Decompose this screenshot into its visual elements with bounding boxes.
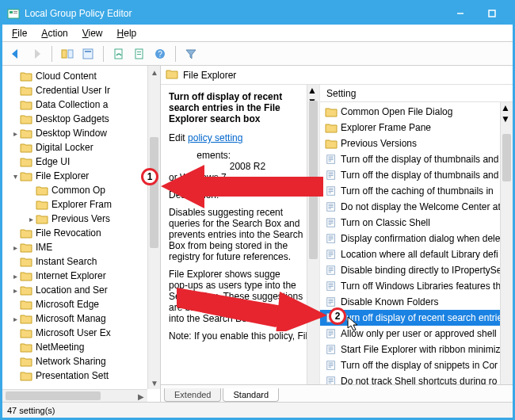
tree-item-edge-ui[interactable]: Edge UI: [2, 155, 160, 169]
help-button[interactable]: ?: [151, 45, 169, 63]
tree-item-microsoft-edge[interactable]: Microsoft Edge: [2, 297, 160, 311]
list-item[interactable]: Do not track Shell shortcuts during ro: [320, 373, 513, 384]
policy-setting-link[interactable]: policy setting: [188, 132, 242, 143]
tree-item-explorer-fram[interactable]: Explorer Fram: [2, 197, 160, 212]
tree-item-cloud-content[interactable]: Cloud Content: [2, 69, 160, 83]
list-item[interactable]: Display confirmation dialog when dele: [320, 231, 513, 246]
list-item-label: Disable binding directly to IPropertySe: [341, 265, 502, 276]
tree-item-credential-user-ir[interactable]: Credential User Ir: [2, 83, 160, 97]
svg-rect-24: [329, 174, 334, 174]
tree-item-file-explorer[interactable]: ▾File Explorer: [2, 169, 160, 183]
export-list-button[interactable]: [131, 45, 148, 63]
list-item[interactable]: Explorer Frame Pane: [320, 120, 513, 136]
tree-item-location-and-ser[interactable]: ▸Location and Ser: [2, 283, 160, 297]
svg-rect-20: [329, 159, 334, 160]
tree-item-instant-search[interactable]: Instant Search: [2, 254, 160, 269]
show-hide-tree-button[interactable]: [59, 45, 76, 63]
status-bar: 47 setting(s): [2, 402, 513, 418]
list-vertical-scrollbar[interactable]: ▲ ▼: [500, 102, 513, 384]
tree-item-desktop-window[interactable]: ▸Desktop Window: [2, 126, 160, 140]
list-item[interactable]: Location where all default Library defi: [320, 246, 513, 262]
scrollbar-thumb[interactable]: [309, 101, 318, 259]
tree-twisty-icon[interactable]: ▸: [26, 215, 36, 223]
list-column-header[interactable]: Setting: [320, 85, 513, 102]
list-item[interactable]: Turn off display of recent search entrie: [320, 310, 513, 326]
tree-item-desktop-gadgets[interactable]: Desktop Gadgets: [2, 112, 160, 126]
requirements-block: Requirements: pad pad pad p2008 R2 or Wi…: [169, 150, 311, 183]
list-item-label: Disable Known Folders: [341, 296, 438, 307]
tree-twisty-icon[interactable]: ▾: [10, 172, 20, 181]
svg-rect-85: [329, 365, 334, 366]
tree-twisty-icon[interactable]: ▸: [10, 286, 20, 295]
tree-twisty-icon[interactable]: ▸: [10, 315, 20, 323]
tree-twisty-icon[interactable]: ▸: [10, 243, 20, 252]
tree-item-internet-explorer[interactable]: ▸Internet Explorer: [2, 269, 160, 283]
filter-button[interactable]: [182, 45, 200, 63]
tree-item-common-op[interactable]: Common Op: [2, 183, 160, 197]
list-item[interactable]: Turn off the display of thumbnails and: [320, 151, 513, 167]
menu-view[interactable]: View: [76, 26, 109, 40]
list-item[interactable]: Turn off the display of snippets in Cor: [320, 357, 513, 373]
maximize-button[interactable]: [476, 2, 508, 25]
list-item[interactable]: Previous Versions: [320, 136, 513, 151]
list-item-label: Common Open File Dialog: [341, 106, 452, 117]
svg-rect-89: [329, 380, 334, 380]
list-item[interactable]: Do not display the Welcome Center at: [320, 199, 513, 215]
list-item[interactable]: Turn off Windows Libraries features th: [320, 278, 513, 294]
tree-twisty-icon[interactable]: ▸: [10, 129, 20, 138]
forward-button[interactable]: [28, 45, 45, 63]
tree-item-network-sharing[interactable]: Network Sharing: [2, 354, 160, 368]
svg-rect-30: [329, 191, 334, 192]
tree-item-previous-vers[interactable]: ▸Previous Vers: [2, 212, 160, 226]
svg-rect-53: [329, 268, 334, 269]
description-scrollbar[interactable]: ▲ ▼: [307, 85, 319, 384]
list-item[interactable]: Disable binding directly to IPropertySe: [320, 262, 513, 278]
tree-item-netmeeting[interactable]: NetMeeting: [2, 340, 160, 354]
scroll-up-icon[interactable]: ▲: [148, 66, 161, 78]
svg-rect-71: [329, 319, 332, 320]
tree-item-digital-locker[interactable]: Digital Locker: [2, 140, 160, 155]
tab-extended[interactable]: Extended: [164, 388, 221, 402]
tree-item-microsoft-manag[interactable]: ▸Microsoft Manag: [2, 311, 160, 326]
tree-item-file-revocation[interactable]: File Revocation: [2, 226, 160, 240]
scroll-right-icon[interactable]: ▶: [135, 390, 147, 402]
properties-button[interactable]: [79, 45, 97, 63]
scrollbar-thumb[interactable]: [502, 134, 511, 181]
tree-horizontal-scrollbar[interactable]: ◀ ▶: [2, 389, 147, 402]
refresh-button[interactable]: [110, 45, 128, 63]
scrollbar-thumb[interactable]: [6, 391, 101, 400]
tree-item-label: Cloud Content: [36, 71, 97, 82]
list-item[interactable]: Disable Known Folders: [320, 294, 513, 310]
list-item[interactable]: Allow only per user or approved shell: [320, 326, 513, 342]
tree-item-presentation-sett[interactable]: Presentation Sett: [2, 368, 160, 383]
tree-item-label: Data Collection a: [36, 99, 108, 110]
result-tabs: Extended Standard: [161, 384, 513, 402]
tree-item-label: Explorer Fram: [52, 199, 112, 210]
menu-action[interactable]: Action: [35, 26, 74, 40]
scroll-up-icon[interactable]: ▲: [501, 102, 513, 113]
minimize-button[interactable]: [444, 2, 476, 25]
policy-setting-icon: [325, 185, 338, 197]
scroll-down-icon[interactable]: ▼: [148, 376, 161, 389]
list-item[interactable]: Turn off the display of thumbnails and: [320, 167, 513, 183]
back-button[interactable]: [7, 45, 25, 63]
list-item[interactable]: Common Open File Dialog: [320, 104, 513, 120]
tab-standard[interactable]: Standard: [223, 388, 279, 402]
tree-vertical-scrollbar[interactable]: ▲ ▼: [147, 66, 160, 389]
list-item[interactable]: Turn on Classic Shell: [320, 215, 513, 231]
description-heading: Description:: [169, 189, 311, 200]
scrollbar-thumb[interactable]: [150, 137, 158, 248]
list-item[interactable]: Turn off the caching of thumbnails in: [320, 183, 513, 199]
list-item[interactable]: Start File Explorer with ribbon minimiz: [320, 342, 513, 357]
svg-rect-64: [329, 300, 334, 301]
tree-item-data-collection-a[interactable]: Data Collection a: [2, 97, 160, 112]
tree-item-microsoft-user-ex[interactable]: Microsoft User Ex: [2, 326, 160, 340]
tree-item-ime[interactable]: ▸IME: [2, 240, 160, 254]
menu-help[interactable]: Help: [111, 26, 143, 40]
tree-twisty-icon[interactable]: ▸: [10, 272, 20, 281]
policy-setting-icon: [325, 296, 338, 308]
scroll-up-icon[interactable]: ▲: [307, 85, 319, 96]
scroll-down-icon[interactable]: ▼: [501, 113, 513, 124]
svg-rect-40: [329, 223, 334, 223]
menu-file[interactable]: File: [6, 26, 33, 40]
